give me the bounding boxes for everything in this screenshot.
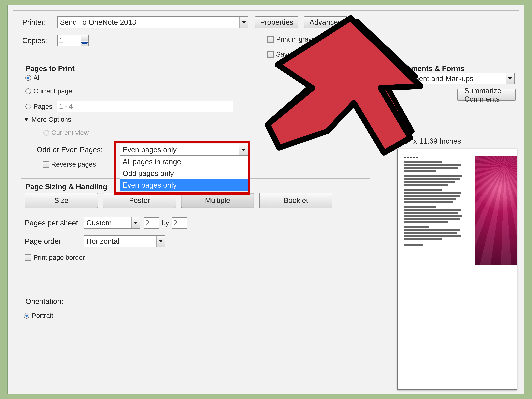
print-page-border-label: Print page border bbox=[33, 254, 85, 261]
odd-even-value: Even pages only bbox=[122, 146, 177, 154]
radio-current-view bbox=[43, 130, 49, 136]
chevron-down-icon bbox=[242, 21, 246, 23]
odd-even-opt-all[interactable]: All pages in range bbox=[120, 156, 248, 168]
orientation-legend: Orientation: bbox=[24, 297, 65, 306]
odd-even-label: Odd or Even Pages: bbox=[37, 146, 115, 154]
print-page-border-checkbox[interactable] bbox=[25, 254, 31, 261]
properties-button[interactable]: Properties bbox=[255, 16, 298, 28]
radio-pages-label: Pages bbox=[33, 103, 52, 110]
size-button[interactable]: Size bbox=[25, 193, 98, 208]
orientation-group: Orientation: Portrait bbox=[21, 302, 370, 343]
radio-portrait-label: Portrait bbox=[32, 312, 53, 319]
copies-down-button[interactable] bbox=[81, 41, 89, 46]
preview-doc-image bbox=[475, 156, 517, 265]
odd-even-dropdown[interactable]: All pages in range Odd pages only Even p… bbox=[120, 156, 248, 191]
comments-forms-value: Document and Markups bbox=[396, 75, 474, 83]
more-options-toggle[interactable]: More Options bbox=[25, 116, 71, 123]
page-order-arrow[interactable] bbox=[156, 236, 165, 247]
page-order-value: Horizontal bbox=[86, 237, 119, 245]
comments-forms-group: Comments & Forms Document and Markups Su… bbox=[391, 69, 517, 110]
summarize-comments-button[interactable]: Summarize Comments bbox=[457, 89, 516, 101]
pages-range-input[interactable] bbox=[57, 101, 233, 112]
booklet-button[interactable]: Booklet bbox=[259, 193, 332, 208]
advanced-button[interactable]: Advanced bbox=[304, 16, 347, 28]
reverse-pages-label: Reverse pages bbox=[51, 161, 96, 168]
pages-to-print-group: Pages to Print All Current page Pages Mo… bbox=[21, 69, 370, 178]
print-preview-pane: ■ ■ ■ ■ ■ bbox=[397, 149, 517, 390]
radio-all-label: All bbox=[33, 74, 41, 82]
page-order-combo[interactable]: Horizontal bbox=[84, 235, 165, 247]
odd-even-opt-odd[interactable]: Odd pages only bbox=[120, 168, 248, 179]
odd-even-opt-even[interactable]: Even pages only bbox=[120, 179, 248, 191]
odd-even-arrow[interactable] bbox=[239, 144, 247, 155]
pages-per-sheet-label: Pages per sheet: bbox=[25, 219, 84, 227]
radio-current-view-label: Current view bbox=[51, 129, 89, 137]
option-all[interactable]: All bbox=[25, 74, 41, 82]
copies-label: Copies: bbox=[22, 36, 57, 45]
grayscale-label: Print in grayscale (black and white) bbox=[276, 36, 379, 43]
printer-combo-arrow[interactable] bbox=[239, 17, 248, 28]
pages-per-sheet-value: Custom... bbox=[86, 219, 118, 227]
pps-cols-input[interactable] bbox=[144, 217, 159, 228]
option-current-page[interactable]: Current page bbox=[25, 88, 72, 95]
reverse-pages-option[interactable]: Reverse pages bbox=[43, 161, 96, 168]
comments-forms-arrow[interactable] bbox=[506, 73, 514, 84]
radio-portrait[interactable] bbox=[24, 313, 29, 318]
copies-spinner[interactable] bbox=[57, 35, 89, 46]
saveink-option[interactable]: Save ink/toner i bbox=[267, 51, 328, 58]
info-icon[interactable]: i bbox=[321, 51, 328, 57]
more-options-label: More Options bbox=[32, 116, 71, 123]
page-sizing-group: Page Sizing & Handling Size Poster Multi… bbox=[21, 187, 370, 293]
pages-to-print-legend: Pages to Print bbox=[24, 64, 76, 73]
multiple-button[interactable]: Multiple bbox=[181, 193, 254, 208]
page-sizing-legend: Page Sizing & Handling bbox=[24, 183, 109, 191]
reverse-pages-checkbox[interactable] bbox=[43, 161, 49, 168]
radio-current-label: Current page bbox=[33, 88, 72, 95]
poster-button[interactable]: Poster bbox=[103, 193, 176, 208]
copies-input[interactable] bbox=[57, 35, 81, 46]
pps-arrow[interactable] bbox=[131, 217, 140, 228]
orientation-portrait-option[interactable]: Portrait bbox=[24, 312, 53, 319]
comments-forms-legend: Comments & Forms bbox=[393, 64, 466, 73]
option-current-view: Current view bbox=[43, 129, 89, 137]
pps-by-label: by bbox=[162, 219, 169, 227]
preview-dimensions-label: 8.27 x 11.69 Inches bbox=[397, 137, 461, 145]
chevron-down-icon bbox=[241, 149, 245, 151]
copies-up-button[interactable] bbox=[81, 35, 89, 41]
grayscale-checkbox[interactable] bbox=[267, 36, 274, 43]
radio-all[interactable] bbox=[25, 75, 31, 81]
pages-per-sheet-combo[interactable]: Custom... bbox=[84, 217, 140, 229]
printer-combo-value: Send To OneNote 2013 bbox=[60, 18, 136, 26]
chevron-down-icon bbox=[81, 42, 89, 44]
pps-rows-input[interactable] bbox=[171, 217, 187, 228]
odd-even-combo[interactable]: Even pages only All pages in range Odd p… bbox=[120, 144, 248, 156]
chevron-down-icon bbox=[134, 222, 138, 224]
page-order-label: Page order: bbox=[25, 237, 84, 245]
saveink-label: Save ink/toner bbox=[276, 51, 319, 58]
saveink-checkbox[interactable] bbox=[267, 51, 274, 57]
radio-current[interactable] bbox=[25, 89, 31, 94]
comments-forms-combo[interactable]: Document and Markups bbox=[393, 73, 514, 84]
printer-label: Printer: bbox=[22, 18, 57, 26]
option-pages[interactable]: Pages bbox=[25, 101, 233, 112]
print-page-border-option[interactable]: Print page border bbox=[25, 254, 85, 261]
printer-combo[interactable]: Send To OneNote 2013 bbox=[57, 16, 248, 28]
preview-doc-text: ■ ■ ■ ■ ■ bbox=[404, 156, 467, 247]
chevron-down-icon bbox=[508, 77, 512, 80]
triangle-down-icon bbox=[25, 118, 28, 121]
chevron-down-icon bbox=[159, 240, 163, 242]
radio-pages[interactable] bbox=[25, 104, 31, 109]
grayscale-option[interactable]: Print in grayscale (black and white) bbox=[267, 36, 379, 43]
